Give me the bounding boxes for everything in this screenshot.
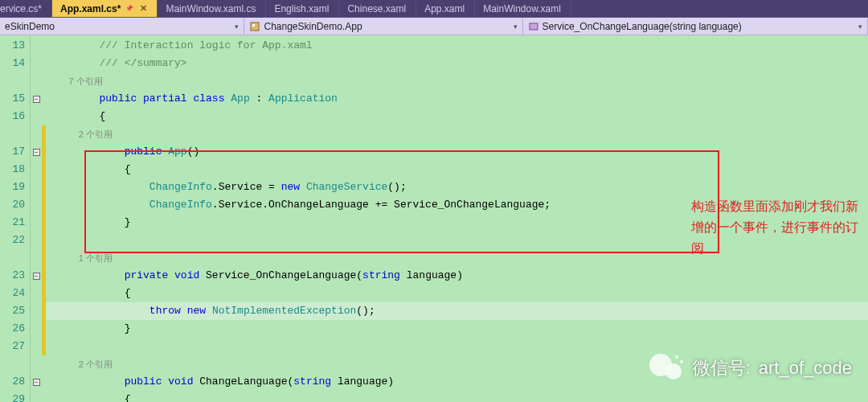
code-line[interactable]: } [46,320,868,338]
tab-label: ervice.cs* [0,3,42,14]
fold-cell [31,161,42,178]
fold-cell [31,249,42,267]
fold-column: −−−− [31,35,42,402]
line-number: 16 [0,108,30,125]
fold-cell [31,355,42,373]
code-line[interactable]: { [46,285,868,302]
codelens[interactable]: 7 个引用 [46,72,868,90]
line-number: 15 [0,90,30,108]
file-tab[interactable]: App.xaml.cs*📌✕ [52,0,158,17]
code-line[interactable]: public App() [46,143,868,161]
code-line[interactable]: { [46,161,868,178]
line-number-gutter: 1314.1516.171819202122.2324252627.282930 [0,35,31,402]
code-line[interactable]: throw new NotImplementedException(); [46,302,868,320]
line-number: 29 [0,391,30,402]
code-line[interactable] [46,338,868,355]
fold-cell: − [31,373,42,391]
fold-cell [31,37,42,55]
chevron-down-icon: ▾ [858,23,862,31]
fold-cell [31,125,42,143]
fold-cell [31,232,42,249]
chevron-down-icon: ▾ [235,23,239,31]
line-number: 26 [0,320,30,338]
file-tab[interactable]: ervice.cs* [0,0,52,17]
code-line[interactable]: ChangeInfo.Service = new ChangeService()… [46,178,868,196]
fold-cell [31,55,42,72]
line-number: 14 [0,55,30,72]
collapse-icon[interactable]: − [33,96,40,103]
code-line[interactable]: { [46,108,868,125]
line-number: 20 [0,196,30,214]
fold-cell [31,196,42,214]
nav-member-label: Service_OnChangeLanguage(string language… [542,21,742,32]
code-line[interactable] [46,232,868,249]
fold-cell [31,391,42,402]
line-number: 17 [0,143,30,161]
file-tab[interactable]: Chinese.xaml [339,0,416,17]
code-area[interactable]: /// Interaction logic for App.xaml /// <… [46,35,868,402]
collapse-icon[interactable]: − [33,273,40,280]
tab-bar: ervice.cs*App.xaml.cs*📌✕MainWindow.xaml.… [0,0,868,18]
fold-cell: − [31,143,42,161]
nav-namespace[interactable]: eSkinDemo ▾ [0,18,244,35]
file-tab[interactable]: English.xaml [266,0,339,17]
collapse-icon[interactable]: − [33,149,40,156]
fold-cell [31,302,42,320]
tab-label: App.xaml [424,3,465,14]
codelens[interactable]: 1 个引用 [46,249,868,267]
tab-label: MainWindow.xaml [483,3,561,14]
code-line[interactable]: private void Service_OnChangeLanguage(st… [46,267,868,285]
line-number: 23 [0,267,30,285]
line-number: 25 [0,302,30,320]
code-editor[interactable]: 1314.1516.171819202122.2324252627.282930… [0,35,868,402]
line-number: 28 [0,373,30,391]
fold-cell [31,338,42,355]
code-line[interactable]: /// </summary> [46,55,868,72]
pin-icon[interactable]: 📌 [125,5,133,12]
class-icon [249,21,260,32]
file-tab[interactable]: MainWindow.xaml [475,0,571,17]
fold-cell [31,214,42,232]
nav-bar: eSkinDemo ▾ ChangeSkinDemo.App ▾ Service… [0,18,868,35]
line-number: 18 [0,161,30,178]
svg-rect-1 [252,24,255,27]
nav-class[interactable]: ChangeSkinDemo.App ▾ [244,18,522,35]
nav-class-label: ChangeSkinDemo.App [264,21,362,32]
code-line[interactable]: ChangeInfo.Service.OnChangeLanguage += S… [46,196,868,214]
nav-namespace-label: eSkinDemo [5,21,55,32]
tab-label: MainWindow.xaml.cs [166,3,256,14]
file-tab[interactable]: App.xaml [416,0,475,17]
fold-cell: − [31,90,42,108]
collapse-icon[interactable]: − [33,379,40,386]
line-number: 13 [0,37,30,55]
svg-rect-2 [530,23,538,30]
line-number: 22 [0,232,30,249]
fold-cell [31,320,42,338]
tab-label: English.xaml [274,3,329,14]
fold-cell [31,72,42,90]
tab-label: Chinese.xaml [347,3,406,14]
code-line[interactable]: public void ChangeLanguage(string langua… [46,373,868,391]
fold-cell [31,285,42,302]
code-line[interactable]: { [46,391,868,402]
code-line[interactable]: } [46,214,868,232]
chevron-down-icon: ▾ [514,23,518,31]
tab-label: App.xaml.cs* [60,3,121,14]
code-line[interactable]: public partial class App : Application [46,90,868,108]
fold-cell [31,108,42,125]
codelens[interactable]: 2 个引用 [46,125,868,143]
line-number: 21 [0,214,30,232]
fold-cell: − [31,267,42,285]
code-line[interactable]: /// Interaction logic for App.xaml [46,37,868,55]
line-number: 19 [0,178,30,196]
method-icon [528,21,539,32]
nav-member[interactable]: Service_OnChangeLanguage(string language… [523,18,868,35]
file-tab[interactable]: MainWindow.xaml.cs [158,0,266,17]
line-number: 24 [0,285,30,302]
line-number: 27 [0,338,30,355]
close-icon[interactable]: ✕ [140,3,147,14]
codelens[interactable]: 2 个引用 [46,355,868,373]
fold-cell [31,178,42,196]
